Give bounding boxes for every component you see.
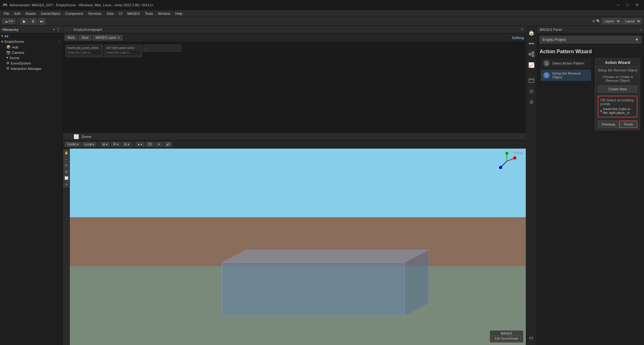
scene-menu-icon[interactable]: ⋮ <box>520 134 523 139</box>
camera-icon: 📷 <box>6 50 11 54</box>
menu-services[interactable]: Services <box>86 11 104 16</box>
scenegraph-layout-button[interactable]: MAGES Layou ✕ <box>93 35 123 40</box>
menu-tools[interactable]: Tools <box>142 11 156 16</box>
hierarchy-item-interactionmanager[interactable]: ⚙ Interaction Manager <box>0 66 63 71</box>
mages-expand-icon[interactable]: » <box>640 28 641 31</box>
center-label: Center <box>67 143 76 146</box>
scenegraph-title: EmptyScenegraph <box>74 28 102 31</box>
scenegraph-content: InsertCube_panel_action Insert the Cube … <box>63 42 526 133</box>
hierarchy-item-hub[interactable]: 📦 Hub <box>0 44 63 50</box>
hub-icon: 📦 <box>6 45 11 49</box>
close-button[interactable]: ✕ <box>633 1 641 9</box>
hierarchy-item-scene[interactable]: ▾ Scene <box>0 55 63 60</box>
local-button[interactable]: Local ▾ <box>82 142 96 147</box>
scene-arrow-icon: ▾ <box>6 56 8 60</box>
center-button[interactable]: Center ▾ <box>65 142 81 147</box>
lighting-button[interactable]: ☀ <box>155 142 163 147</box>
previous-button[interactable]: Previous <box>598 121 619 128</box>
step-button[interactable]: ⏭ <box>38 18 46 25</box>
prefab-item[interactable]: Insert the Cube in the right place_⊙ <box>600 107 635 115</box>
prefab-item-label: Insert the Cube in the right place_⊙ <box>603 107 635 115</box>
card-icon-btn[interactable] <box>527 76 536 85</box>
create-new-button[interactable]: Create New <box>598 86 637 93</box>
home-icon-btn[interactable]: 🏠 <box>527 28 536 37</box>
step-1-label: Select Action Pattern <box>552 61 584 65</box>
menu-mages[interactable]: MAGES <box>125 11 142 16</box>
pz-icon-btn[interactable]: PZ <box>527 334 536 342</box>
aw-subtitle: Setup the Remove Object <box>595 67 640 74</box>
search-icon: 🔍 <box>596 19 601 23</box>
analytics-icon-btn[interactable]: 📈 <box>527 60 536 69</box>
menu-component[interactable]: Component <box>63 11 86 16</box>
finish-button[interactable]: Finish <box>619 121 637 128</box>
menu-gameobject[interactable]: GameObject <box>38 11 63 16</box>
menu-file[interactable]: File <box>1 11 12 16</box>
hierarchy-item-eventsystem[interactable]: ⚙ EventSystem <box>0 60 63 66</box>
move-tool-btn[interactable]: ↔ <box>64 156 69 162</box>
rect-tool-btn[interactable]: ⬜ <box>64 175 69 181</box>
hierarchy-item-emptyscene[interactable]: ▾ EmptyScene ⋮ <box>0 39 63 44</box>
grid-button[interactable]: ⊞ ▾ <box>100 142 110 147</box>
svg-point-14 <box>532 52 534 54</box>
middle-section: ⋮⋮ EmptyScenegraph ✕ Back Save MAGES Lay… <box>63 26 526 345</box>
app-icon: 🎮 <box>3 3 8 7</box>
scenegraph-back-button[interactable]: Back <box>65 35 77 40</box>
settings2-icon-btn[interactable] <box>527 87 536 96</box>
menu-ci[interactable]: CI <box>116 11 125 16</box>
transform-tool-btn[interactable]: ✦ <box>64 181 69 187</box>
vr-icon-btn[interactable]: 👓 <box>527 39 536 48</box>
menu-assets[interactable]: Assets <box>23 11 38 16</box>
menu-edit[interactable]: Edit <box>12 11 23 16</box>
scale-tool-btn[interactable]: ⊞ <box>64 169 69 174</box>
layout-dropdown[interactable]: Layout <box>622 18 641 24</box>
scenegraph-close-icon[interactable]: ✕ <box>520 27 523 31</box>
project-dropdown[interactable]: Empty Project ▼ <box>540 36 641 43</box>
editing-mode-label: Editing <box>512 36 524 40</box>
play-button[interactable]: ▶ <box>20 18 28 25</box>
rotate-tool-btn[interactable]: ⟳ <box>64 162 69 168</box>
scene-and-right: ⋮⋮ ⬜ Scene ⋮ Center ▾ Local ▾ <box>63 133 526 345</box>
2d-button[interactable]: 2D <box>146 142 154 147</box>
audio-button[interactable]: 🔊 <box>164 142 172 147</box>
mages-overlay: MAGES Edit SceneGraph <box>490 331 523 342</box>
window-title: Administrator: MAGES_NXT - EmptyScene - … <box>9 3 614 7</box>
layers-dropdown[interactable]: Layers <box>602 18 621 24</box>
scene-toolbar-sep <box>98 142 98 147</box>
all-icon: ▾ <box>1 34 3 38</box>
wizard-step-1: 1 Select Action Pattern <box>541 58 591 68</box>
cloud-button[interactable]: ☁ 0 ▾ <box>3 19 15 24</box>
hierarchy-item-all[interactable]: ▾ All <box>0 33 63 39</box>
scenegraph-save-button[interactable]: Save <box>79 35 92 40</box>
hierarchy-menu-icon[interactable]: ⋮ <box>56 27 60 32</box>
prefab-section-label: OR Select an existing prefab <box>600 98 635 106</box>
scene-cube-icon: ⬜ <box>74 134 79 139</box>
gear-icon-btn[interactable]: ⚙ <box>527 98 536 106</box>
visibility-button[interactable]: 👁 ▾ <box>111 142 121 147</box>
menu-jobs[interactable]: Jobs <box>104 11 116 16</box>
svg-line-16 <box>531 53 532 54</box>
hierarchy-label-eventsystem: EventSystem <box>11 61 31 65</box>
eventsystem-icon: ⚙ <box>6 61 9 65</box>
menu-help[interactable]: Help <box>173 11 185 16</box>
hierarchy-item-camera[interactable]: 📷 Camera <box>0 50 63 55</box>
menu-window[interactable]: Window <box>155 11 173 16</box>
snap-button[interactable]: ⊟ ▾ <box>122 142 131 147</box>
hand-tool-btn[interactable]: ✋ <box>64 150 69 156</box>
pause-button[interactable]: ⏸ <box>29 18 37 25</box>
shading-button[interactable]: ● ▾ <box>136 142 144 147</box>
hierarchy-title: Hierarchy <box>3 28 19 31</box>
right-side-icons: 🏠 👓 📈 <box>526 26 537 345</box>
svg-point-13 <box>529 53 531 55</box>
action-wizard-box: Action Wizard Setup the Remove Object Ch… <box>595 58 640 130</box>
wizard-layout: 1 Select Action Pattern 2 Setup the Remo… <box>540 58 641 132</box>
workflow-icon-btn[interactable] <box>527 50 536 59</box>
hierarchy-add-icon[interactable]: + <box>53 27 55 32</box>
emptyscene-menu-icon[interactable]: ⋮ <box>58 39 61 44</box>
hierarchy-panel: Hierarchy + ⋮ ▾ All ▾ EmptyScene ⋮ 📦 Hub… <box>0 26 63 345</box>
hierarchy-header: Hierarchy + ⋮ <box>0 26 63 33</box>
minimize-button[interactable]: ─ <box>614 1 623 9</box>
maximize-button[interactable]: □ <box>623 1 632 9</box>
svg-point-15 <box>532 55 534 57</box>
project-label: Empty Project <box>542 37 566 42</box>
edit-scenegraph-button[interactable]: Edit SceneGraph <box>492 336 521 341</box>
